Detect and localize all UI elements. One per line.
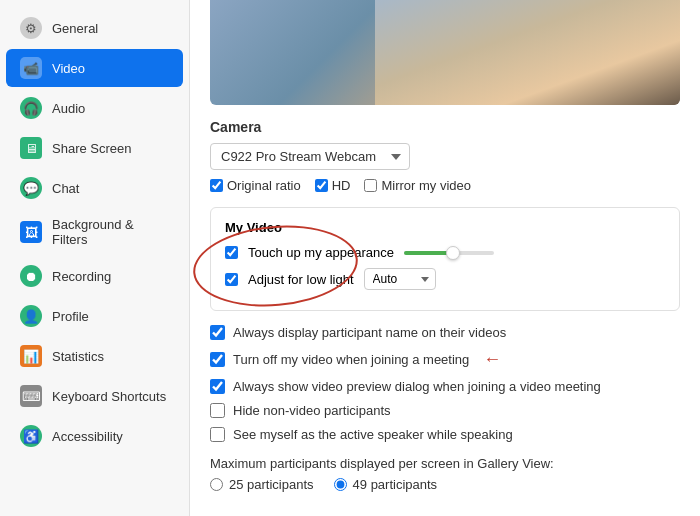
keyboard-icon: ⌨ bbox=[20, 385, 42, 407]
mirror-checkbox[interactable] bbox=[364, 179, 377, 192]
original-ratio-label[interactable]: Original ratio bbox=[210, 178, 301, 193]
video-preview-person bbox=[375, 0, 681, 105]
sidebar-label-accessibility: Accessibility bbox=[52, 429, 123, 444]
sidebar-item-recording[interactable]: ⏺Recording bbox=[6, 257, 183, 295]
turn-off-arrow-icon: ← bbox=[483, 349, 501, 370]
touch-up-checkbox[interactable] bbox=[225, 246, 238, 259]
low-light-label: Adjust for low light bbox=[248, 272, 354, 287]
hd-checkbox[interactable] bbox=[315, 179, 328, 192]
my-video-title: My Video bbox=[225, 220, 665, 235]
checkbox-label-turn-off-joining: Turn off my video when joining a meeting bbox=[233, 352, 469, 367]
profile-icon: 👤 bbox=[20, 305, 42, 327]
checkbox-label-hide-non-video: Hide non-video participants bbox=[233, 403, 391, 418]
video-icon: 📹 bbox=[20, 57, 42, 79]
checkbox-label-participant-name: Always display participant name on their… bbox=[233, 325, 506, 340]
hd-text: HD bbox=[332, 178, 351, 193]
share-screen-icon: 🖥 bbox=[20, 137, 42, 159]
low-light-select[interactable]: AutoManualOff bbox=[364, 268, 436, 290]
sidebar-item-chat[interactable]: 💬Chat bbox=[6, 169, 183, 207]
gallery-option-49[interactable]: 49 participants bbox=[334, 477, 438, 492]
mirror-label[interactable]: Mirror my video bbox=[364, 178, 471, 193]
accessibility-icon: ♿ bbox=[20, 425, 42, 447]
gallery-title: Maximum participants displayed per scree… bbox=[210, 456, 680, 471]
statistics-icon: 📊 bbox=[20, 345, 42, 367]
sidebar-item-statistics[interactable]: 📊Statistics bbox=[6, 337, 183, 375]
low-light-row: Adjust for low light AutoManualOff bbox=[225, 268, 665, 290]
checkbox-label-active-speaker: See myself as the active speaker while s… bbox=[233, 427, 513, 442]
touch-up-label: Touch up my appearance bbox=[248, 245, 394, 260]
sidebar-item-profile[interactable]: 👤Profile bbox=[6, 297, 183, 335]
checkbox-row-show-preview: Always show video preview dialog when jo… bbox=[210, 379, 680, 394]
main-content: Camera C922 Pro Stream Webcam Original r… bbox=[190, 0, 700, 516]
checkbox-turn-off-joining[interactable] bbox=[210, 352, 225, 367]
checkbox-list: Always display participant name on their… bbox=[210, 325, 680, 442]
gallery-radio-25[interactable] bbox=[210, 478, 223, 491]
sidebar-item-audio[interactable]: 🎧Audio bbox=[6, 89, 183, 127]
audio-icon: 🎧 bbox=[20, 97, 42, 119]
sidebar-label-profile: Profile bbox=[52, 309, 89, 324]
background-icon: 🖼 bbox=[20, 221, 42, 243]
sidebar-item-general[interactable]: ⚙General bbox=[6, 9, 183, 47]
hd-label[interactable]: HD bbox=[315, 178, 351, 193]
chat-icon: 💬 bbox=[20, 177, 42, 199]
recording-icon: ⏺ bbox=[20, 265, 42, 287]
checkbox-row-turn-off-joining: Turn off my video when joining a meeting… bbox=[210, 349, 680, 370]
sidebar: ⚙General📹Video🎧Audio🖥Share Screen💬Chat🖼B… bbox=[0, 0, 190, 516]
video-preview bbox=[210, 0, 680, 105]
slider-fill bbox=[404, 251, 449, 255]
low-light-checkbox[interactable] bbox=[225, 273, 238, 286]
sidebar-item-share-screen[interactable]: 🖥Share Screen bbox=[6, 129, 183, 167]
sidebar-label-background: Background & Filters bbox=[52, 217, 169, 247]
original-ratio-checkbox[interactable] bbox=[210, 179, 223, 192]
my-video-section: My Video Touch up my appearance Adjust f… bbox=[210, 207, 680, 311]
sidebar-label-chat: Chat bbox=[52, 181, 79, 196]
touch-up-slider[interactable] bbox=[404, 251, 494, 255]
camera-select[interactable]: C922 Pro Stream Webcam bbox=[210, 143, 410, 170]
sidebar-item-accessibility[interactable]: ♿Accessibility bbox=[6, 417, 183, 455]
camera-section-title: Camera bbox=[210, 119, 680, 135]
checkbox-active-speaker[interactable] bbox=[210, 427, 225, 442]
gallery-section: Maximum participants displayed per scree… bbox=[210, 456, 680, 492]
gallery-radio-49[interactable] bbox=[334, 478, 347, 491]
sidebar-label-share-screen: Share Screen bbox=[52, 141, 132, 156]
slider-thumb bbox=[446, 246, 460, 260]
gallery-label-49: 49 participants bbox=[353, 477, 438, 492]
checkbox-row-active-speaker: See myself as the active speaker while s… bbox=[210, 427, 680, 442]
checkbox-show-preview[interactable] bbox=[210, 379, 225, 394]
gallery-radio-row: 25 participants49 participants bbox=[210, 477, 680, 492]
sidebar-item-background[interactable]: 🖼Background & Filters bbox=[6, 209, 183, 255]
sidebar-item-video[interactable]: 📹Video bbox=[6, 49, 183, 87]
original-ratio-text: Original ratio bbox=[227, 178, 301, 193]
sidebar-label-keyboard: Keyboard Shortcuts bbox=[52, 389, 166, 404]
sidebar-label-audio: Audio bbox=[52, 101, 85, 116]
checkbox-row-hide-non-video: Hide non-video participants bbox=[210, 403, 680, 418]
checkbox-label-show-preview: Always show video preview dialog when jo… bbox=[233, 379, 601, 394]
checkbox-row-participant-name: Always display participant name on their… bbox=[210, 325, 680, 340]
camera-options-row: Original ratio HD Mirror my video bbox=[210, 178, 680, 193]
sidebar-label-general: General bbox=[52, 21, 98, 36]
sidebar-label-video: Video bbox=[52, 61, 85, 76]
sidebar-label-statistics: Statistics bbox=[52, 349, 104, 364]
checkbox-participant-name[interactable] bbox=[210, 325, 225, 340]
gallery-label-25: 25 participants bbox=[229, 477, 314, 492]
touch-up-row: Touch up my appearance bbox=[225, 245, 665, 260]
gallery-option-25[interactable]: 25 participants bbox=[210, 477, 314, 492]
general-icon: ⚙ bbox=[20, 17, 42, 39]
camera-select-row: C922 Pro Stream Webcam bbox=[210, 143, 680, 170]
mirror-text: Mirror my video bbox=[381, 178, 471, 193]
sidebar-label-recording: Recording bbox=[52, 269, 111, 284]
sidebar-item-keyboard[interactable]: ⌨Keyboard Shortcuts bbox=[6, 377, 183, 415]
checkbox-hide-non-video[interactable] bbox=[210, 403, 225, 418]
